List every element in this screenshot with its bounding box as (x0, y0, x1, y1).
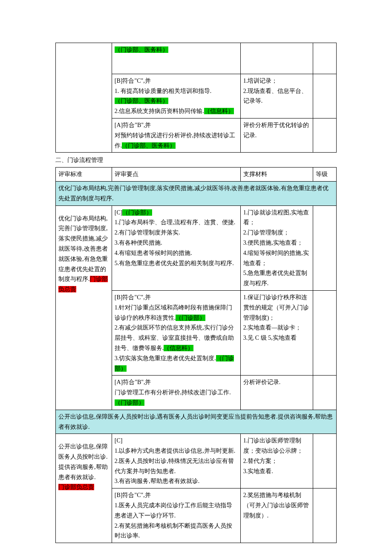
header-materials: 支撑材料 (240, 168, 313, 182)
cell-points: [A]符合"B",并 对预约转诊情况进行分析评价,持续改进转诊工作.（门诊部、医… (112, 118, 240, 152)
header-grade: 等级 (313, 168, 337, 182)
highlight-red: 门诊部负总责 (58, 484, 94, 490)
text: 1. 有提高转诊质量的相关培训和指导. (115, 88, 212, 94)
table-header-row: 评审标准 评审要点 支撑材料 等级 (56, 168, 337, 182)
table-row: 公开出诊信息,保障医务人员按时出诊.提供咨询服务,帮助患者有效就诊. 门诊部负总… (56, 434, 337, 489)
text: [B]符合"C",并 (115, 294, 151, 301)
text: 2.医务人员按时出诊,特殊情况无法出诊应有替代方案并与时告知患者. (115, 458, 234, 474)
cell-points: [B]符合"C",并 1. 有提高转诊质量的相关培训和指导. （门诊部、医务科）… (112, 74, 240, 118)
highlight-green: （门诊部） (115, 399, 144, 406)
text: 2.信息系统支持病历资料协同传输. (115, 108, 204, 114)
cell-materials: 1.保证门诊诊疗秩序和连贯性的规定（可并入门诊管理制度)； 2.实地查看—就诊卡… (240, 290, 313, 375)
cell-grade (313, 43, 337, 74)
text: 1.医务人员完成本岗位诊疗工作后能主动指导患者进入下一诊疗环节. (115, 502, 233, 519)
cell-empty (56, 43, 112, 153)
cell-points: [C]（门诊部） 1.门诊布局科学、合理,流程有序、连贯、便捷. 2.有门诊管理… (112, 205, 240, 290)
section-header-row: 优化门诊布局结构,完善门诊管理制度,落实便民措施,减少就医等待,改善患者就医体验… (56, 181, 337, 205)
text: 5.有急危重症患者优先处置的相关制度与程序. (115, 260, 234, 266)
cell-grade (313, 489, 337, 543)
cell-materials: 评价分析用于优化转诊的记录. (240, 118, 313, 152)
highlight-green: （信息科） (164, 345, 193, 351)
highlight-green: （门诊部、医务科） (115, 98, 168, 104)
cell-grade (313, 434, 337, 489)
cell-points: [C] 1.以多种方式向患者提供出诊信息,并与时更新. 2.医务人员按时出诊,特… (112, 434, 240, 489)
section-header: 公开出诊信息,保障医务人员按时出诊,遇有医务人员出诊时间变更应当提前告知患者.提… (56, 410, 337, 434)
highlight-green: （门诊部、医务科） (115, 46, 168, 53)
text: [A]符合"B",并 (115, 379, 151, 385)
cell-grade (313, 376, 337, 410)
text: 3.有各种便民措施. (115, 240, 162, 246)
highlight-green: （门诊部） (176, 315, 205, 321)
highlight-green: （门诊部、医务科） (122, 142, 176, 149)
text: 2.现场查看、信息平台、记录等. (243, 88, 308, 104)
table-row: 优化门诊布局结构,完善门诊管理制度,落实便民措施,减少就医等待,改善患者就医体验… (56, 205, 337, 290)
text: 3.有咨询服务,帮助患者有效就诊. (115, 478, 200, 484)
table-2: 评审标准 评审要点 支撑材料 等级 优化门诊布局结构,完善门诊管理制度,落实便民… (55, 167, 337, 543)
text: 1.针对门诊重点区域和高峰时段有措施保障门诊诊疗的秩序和连贯性. (115, 304, 233, 321)
text: 1.培训记录； (243, 78, 278, 84)
section-title: 二、门诊流程管理 (55, 155, 337, 165)
table-row: （门诊部、医务科） (56, 43, 337, 74)
cell-points: （门诊部、医务科） (112, 43, 240, 74)
text: 3.切实落实急危重症患者优先处置制度. (115, 355, 216, 361)
highlight-green: （信息科） (204, 108, 234, 114)
text: 公开出诊信息,保障医务人员按时出诊.提供咨询服务,帮助患者有效就诊. (58, 443, 108, 480)
cell-standard: 公开出诊信息,保障医务人员按时出诊.提供咨询服务,帮助患者有效就诊. 门诊部负总… (56, 434, 112, 543)
table-1: （门诊部、医务科） [B]符合"C",并 1. 有提高转诊质量的相关培训和指导.… (55, 43, 337, 153)
text: 1.门诊布局科学、合理,流程有序、连贯、便捷. (115, 219, 236, 225)
cell-points: [B]符合"C",并 1.医务人员完成本岗位诊疗工作后能主动指导患者进入下一诊疗… (112, 489, 240, 543)
cell-materials (240, 43, 313, 74)
header-points: 评审要点 (112, 168, 240, 182)
section-header: 优化门诊布局结构,完善门诊管理制度,落实便民措施,减少就医等待,改善患者就医体验… (56, 181, 337, 205)
text: 4.有缩短患者等候时间的措施. (115, 250, 192, 256)
cell-materials: 1.培训记录； 2.现场查看、信息平台、记录等. (240, 74, 313, 118)
section-header-row: 公开出诊信息,保障医务人员按时出诊,遇有医务人员出诊时间变更应当提前告知患者.提… (56, 410, 337, 434)
cell-materials: 1.门诊出诊医师管理制度；变动出诊公示牌； 2.替代方案； 3.实地查看. (240, 434, 313, 489)
cell-materials: 1.门诊就诊流程图,实地查看； 2.门诊管理制度； 3.便民措施,实地查看； 4… (240, 205, 313, 290)
text: [B]符合"C",并 (115, 492, 151, 498)
text: 1.以多种方式向患者提供出诊信息,并与时更新. (115, 448, 236, 454)
text: 2.有奖惩措施和考核机制不断提高医务人员按时出诊率. (115, 523, 233, 539)
text: [A]符合"B",并 (115, 122, 151, 128)
text: 门诊管理工作有分析评价,持续改进门诊工作. (115, 389, 231, 396)
cell-grade (313, 74, 337, 118)
text: [C] (115, 437, 123, 444)
cell-points: [B]符合"C",并 1.针对门诊重点区域和高峰时段有措施保障门诊诊疗的秩序和连… (112, 290, 240, 375)
text: [B]符合"C",并 (115, 78, 151, 84)
cell-grade (313, 205, 337, 290)
text: 2.有门诊管理制度并落实. (115, 229, 180, 236)
text: 评价分析用于优化转诊的记录. (243, 122, 309, 139)
cell-grade (313, 290, 337, 375)
cell-grade (313, 118, 337, 152)
cell-materials: 2.奖惩措施与考核机制（可并入门诊出诊医师管理制度）. (240, 489, 313, 543)
highlight-green: （门诊部） (122, 209, 152, 216)
text: 优化门诊布局结构,完善门诊管理制度,落实便民措施,减少就医等待,改善患者就医体验… (58, 215, 108, 283)
cell-standard: 优化门诊布局结构,完善门诊管理制度,落实便民措施,减少就医等待,改善患者就医体验… (56, 205, 112, 410)
cell-points: [A]符合"B",并 门诊管理工作有分析评价,持续改进门诊工作. （门诊部） (112, 376, 240, 410)
cell-materials: 分析评价记录. (240, 376, 313, 410)
header-standard: 评审标准 (56, 168, 112, 182)
text: [C] (115, 209, 123, 216)
